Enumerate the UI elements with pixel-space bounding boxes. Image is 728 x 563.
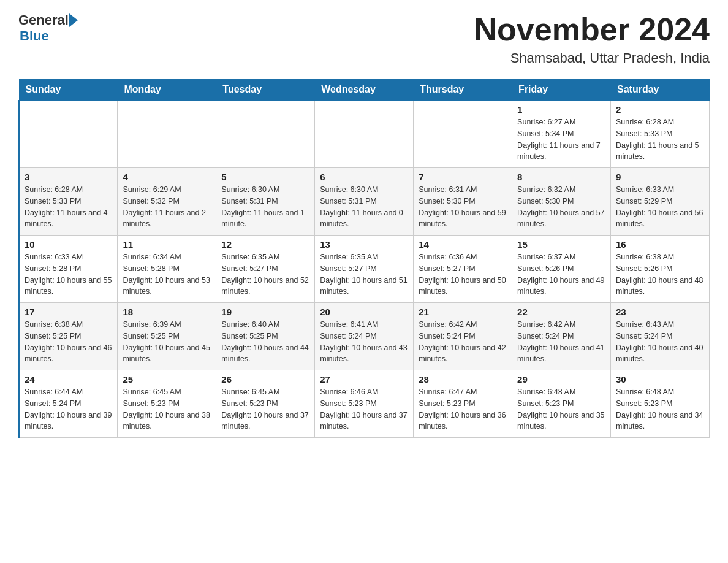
col-friday: Friday — [512, 79, 611, 101]
day-info: Sunrise: 6:30 AM Sunset: 5:31 PM Dayligh… — [320, 184, 408, 230]
day-number: 12 — [221, 239, 309, 250]
calendar-week-4: 17Sunrise: 6:38 AM Sunset: 5:25 PM Dayli… — [19, 303, 710, 370]
calendar-cell: 19Sunrise: 6:40 AM Sunset: 5:25 PM Dayli… — [216, 303, 315, 370]
day-number: 23 — [616, 307, 704, 317]
calendar-cell: 22Sunrise: 6:42 AM Sunset: 5:24 PM Dayli… — [512, 303, 611, 370]
logo-blue-text: Blue — [20, 28, 49, 44]
day-number: 10 — [25, 239, 112, 250]
day-number: 11 — [123, 239, 211, 250]
day-number: 24 — [25, 374, 112, 385]
calendar-cell — [315, 101, 414, 168]
days-of-week-row: Sunday Monday Tuesday Wednesday Thursday… — [19, 79, 710, 101]
calendar-cell: 9Sunrise: 6:33 AM Sunset: 5:29 PM Daylig… — [611, 168, 710, 236]
day-number: 26 — [221, 374, 309, 385]
day-number: 3 — [25, 172, 112, 182]
day-number: 25 — [123, 374, 211, 385]
calendar-cell: 5Sunrise: 6:30 AM Sunset: 5:31 PM Daylig… — [216, 168, 315, 236]
calendar-week-3: 10Sunrise: 6:33 AM Sunset: 5:28 PM Dayli… — [19, 236, 710, 303]
day-number: 21 — [419, 307, 507, 317]
calendar-cell: 8Sunrise: 6:32 AM Sunset: 5:30 PM Daylig… — [512, 168, 611, 236]
location-text: Shamsabad, Uttar Pradesh, India — [474, 50, 710, 66]
calendar-cell: 18Sunrise: 6:39 AM Sunset: 5:25 PM Dayli… — [118, 303, 216, 370]
calendar-cell: 24Sunrise: 6:44 AM Sunset: 5:24 PM Dayli… — [19, 370, 118, 438]
day-info: Sunrise: 6:42 AM Sunset: 5:24 PM Dayligh… — [419, 319, 507, 365]
day-number: 1 — [517, 104, 605, 115]
day-info: Sunrise: 6:35 AM Sunset: 5:27 PM Dayligh… — [221, 251, 309, 297]
calendar-cell — [216, 101, 315, 168]
day-number: 30 — [616, 374, 704, 385]
calendar-cell: 20Sunrise: 6:41 AM Sunset: 5:24 PM Dayli… — [315, 303, 414, 370]
calendar-cell: 12Sunrise: 6:35 AM Sunset: 5:27 PM Dayli… — [216, 236, 315, 303]
day-number: 8 — [517, 172, 605, 182]
day-number: 22 — [517, 307, 605, 317]
month-title: November 2024 — [474, 12, 710, 47]
calendar-cell: 1Sunrise: 6:27 AM Sunset: 5:34 PM Daylig… — [512, 101, 611, 168]
logo: General Blue — [18, 12, 78, 44]
day-info: Sunrise: 6:35 AM Sunset: 5:27 PM Dayligh… — [320, 251, 408, 297]
calendar-cell: 26Sunrise: 6:45 AM Sunset: 5:23 PM Dayli… — [216, 370, 315, 438]
day-info: Sunrise: 6:36 AM Sunset: 5:27 PM Dayligh… — [419, 251, 507, 297]
col-tuesday: Tuesday — [216, 79, 315, 101]
calendar-cell: 15Sunrise: 6:37 AM Sunset: 5:26 PM Dayli… — [512, 236, 611, 303]
day-number: 4 — [123, 172, 211, 182]
day-info: Sunrise: 6:33 AM Sunset: 5:28 PM Dayligh… — [25, 251, 112, 297]
calendar-cell: 2Sunrise: 6:28 AM Sunset: 5:33 PM Daylig… — [611, 101, 710, 168]
day-number: 27 — [320, 374, 408, 385]
day-info: Sunrise: 6:28 AM Sunset: 5:33 PM Dayligh… — [25, 184, 112, 230]
calendar-cell — [19, 101, 118, 168]
day-number: 18 — [123, 307, 211, 317]
day-info: Sunrise: 6:29 AM Sunset: 5:32 PM Dayligh… — [123, 184, 211, 230]
calendar-cell — [118, 101, 216, 168]
day-number: 28 — [419, 374, 507, 385]
calendar-week-1: 1Sunrise: 6:27 AM Sunset: 5:34 PM Daylig… — [19, 101, 710, 168]
calendar-cell: 10Sunrise: 6:33 AM Sunset: 5:28 PM Dayli… — [19, 236, 118, 303]
col-saturday: Saturday — [611, 79, 710, 101]
calendar-cell: 13Sunrise: 6:35 AM Sunset: 5:27 PM Dayli… — [315, 236, 414, 303]
calendar-cell: 27Sunrise: 6:46 AM Sunset: 5:23 PM Dayli… — [315, 370, 414, 438]
day-number: 20 — [320, 307, 408, 317]
day-number: 19 — [221, 307, 309, 317]
calendar-cell: 25Sunrise: 6:45 AM Sunset: 5:23 PM Dayli… — [118, 370, 216, 438]
calendar-cell: 23Sunrise: 6:43 AM Sunset: 5:24 PM Dayli… — [611, 303, 710, 370]
day-number: 9 — [616, 172, 704, 182]
day-info: Sunrise: 6:45 AM Sunset: 5:23 PM Dayligh… — [123, 386, 211, 432]
calendar-cell: 11Sunrise: 6:34 AM Sunset: 5:28 PM Dayli… — [118, 236, 216, 303]
calendar-cell: 14Sunrise: 6:36 AM Sunset: 5:27 PM Dayli… — [414, 236, 512, 303]
page-header: General Blue November 2024 Shamsabad, Ut… — [18, 12, 710, 66]
calendar-cell: 17Sunrise: 6:38 AM Sunset: 5:25 PM Dayli… — [19, 303, 118, 370]
day-info: Sunrise: 6:27 AM Sunset: 5:34 PM Dayligh… — [517, 117, 605, 163]
day-info: Sunrise: 6:48 AM Sunset: 5:23 PM Dayligh… — [616, 386, 704, 432]
calendar-cell: 16Sunrise: 6:38 AM Sunset: 5:26 PM Dayli… — [611, 236, 710, 303]
calendar-cell: 30Sunrise: 6:48 AM Sunset: 5:23 PM Dayli… — [611, 370, 710, 438]
day-number: 7 — [419, 172, 507, 182]
calendar-cell: 4Sunrise: 6:29 AM Sunset: 5:32 PM Daylig… — [118, 168, 216, 236]
day-info: Sunrise: 6:32 AM Sunset: 5:30 PM Dayligh… — [517, 184, 605, 230]
title-area: November 2024 Shamsabad, Uttar Pradesh, … — [474, 12, 710, 66]
day-number: 6 — [320, 172, 408, 182]
day-number: 14 — [419, 239, 507, 250]
day-info: Sunrise: 6:40 AM Sunset: 5:25 PM Dayligh… — [221, 319, 309, 365]
day-info: Sunrise: 6:47 AM Sunset: 5:23 PM Dayligh… — [419, 386, 507, 432]
day-number: 13 — [320, 239, 408, 250]
day-info: Sunrise: 6:38 AM Sunset: 5:25 PM Dayligh… — [25, 319, 112, 365]
day-info: Sunrise: 6:46 AM Sunset: 5:23 PM Dayligh… — [320, 386, 408, 432]
calendar-table: Sunday Monday Tuesday Wednesday Thursday… — [18, 79, 710, 438]
day-number: 17 — [25, 307, 112, 317]
day-info: Sunrise: 6:48 AM Sunset: 5:23 PM Dayligh… — [517, 386, 605, 432]
calendar-week-5: 24Sunrise: 6:44 AM Sunset: 5:24 PM Dayli… — [19, 370, 710, 438]
day-info: Sunrise: 6:43 AM Sunset: 5:24 PM Dayligh… — [616, 319, 704, 365]
calendar-cell: 6Sunrise: 6:30 AM Sunset: 5:31 PM Daylig… — [315, 168, 414, 236]
col-monday: Monday — [118, 79, 216, 101]
calendar-cell: 28Sunrise: 6:47 AM Sunset: 5:23 PM Dayli… — [414, 370, 512, 438]
day-info: Sunrise: 6:45 AM Sunset: 5:23 PM Dayligh… — [221, 386, 309, 432]
calendar-cell: 29Sunrise: 6:48 AM Sunset: 5:23 PM Dayli… — [512, 370, 611, 438]
day-info: Sunrise: 6:41 AM Sunset: 5:24 PM Dayligh… — [320, 319, 408, 365]
day-number: 2 — [616, 104, 704, 115]
day-info: Sunrise: 6:42 AM Sunset: 5:24 PM Dayligh… — [517, 319, 605, 365]
calendar-cell: 21Sunrise: 6:42 AM Sunset: 5:24 PM Dayli… — [414, 303, 512, 370]
day-number: 16 — [616, 239, 704, 250]
logo-general-text: General — [18, 12, 69, 28]
day-info: Sunrise: 6:38 AM Sunset: 5:26 PM Dayligh… — [616, 251, 704, 297]
calendar-cell: 7Sunrise: 6:31 AM Sunset: 5:30 PM Daylig… — [414, 168, 512, 236]
day-info: Sunrise: 6:31 AM Sunset: 5:30 PM Dayligh… — [419, 184, 507, 230]
